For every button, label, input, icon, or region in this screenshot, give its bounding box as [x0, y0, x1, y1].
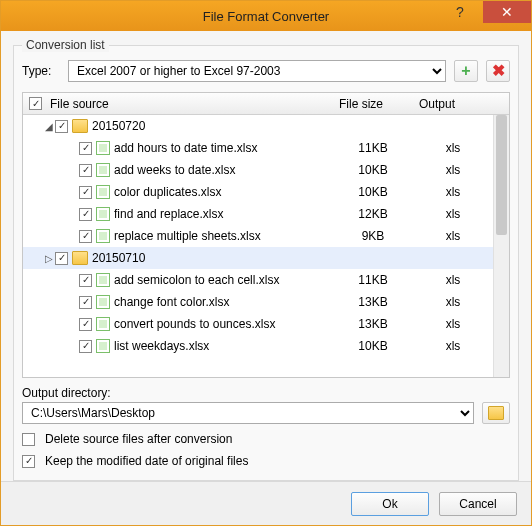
file-row[interactable]: add hours to date time.xlsx 11KB xls	[23, 137, 509, 159]
file-checkbox[interactable]	[79, 318, 92, 331]
add-button[interactable]: +	[454, 60, 478, 82]
file-output: xls	[413, 317, 493, 331]
excel-icon	[96, 229, 110, 243]
file-name: add hours to date time.xlsx	[114, 141, 333, 155]
dialog-footer: Ok Cancel	[1, 481, 531, 525]
file-row[interactable]: convert pounds to ounces.xlsx 13KB xls	[23, 313, 509, 335]
file-output: xls	[413, 207, 493, 221]
file-checkbox[interactable]	[79, 186, 92, 199]
delete-source-label: Delete source files after conversion	[45, 432, 232, 446]
excel-icon	[96, 317, 110, 331]
excel-icon	[96, 163, 110, 177]
col-size: File size	[333, 97, 413, 111]
folder-row[interactable]: ◢ 20150720	[23, 115, 509, 137]
folder-name: 20150710	[92, 251, 333, 265]
file-name: change font color.xlsx	[114, 295, 333, 309]
folder-icon	[72, 119, 88, 133]
group-legend: Conversion list	[22, 38, 109, 52]
file-checkbox[interactable]	[79, 296, 92, 309]
folder-open-icon	[488, 406, 504, 420]
plus-icon: +	[461, 63, 470, 79]
file-name: list weekdays.xlsx	[114, 339, 333, 353]
file-size: 11KB	[333, 141, 413, 155]
file-row[interactable]: color duplicates.xlsx 10KB xls	[23, 181, 509, 203]
file-size: 12KB	[333, 207, 413, 221]
vertical-scrollbar[interactable]	[493, 115, 509, 377]
file-checkbox[interactable]	[79, 208, 92, 221]
file-row[interactable]: add weeks to date.xlsx 10KB xls	[23, 159, 509, 181]
folder-checkbox[interactable]	[55, 120, 68, 133]
delete-source-checkbox[interactable]	[22, 433, 35, 446]
expander-icon[interactable]: ◢	[43, 121, 55, 132]
excel-icon	[96, 339, 110, 353]
expander-icon[interactable]: ▷	[43, 253, 55, 264]
file-table: File source File size Output ◢ 20150720 …	[22, 92, 510, 378]
file-size: 11KB	[333, 273, 413, 287]
titlebar: File Format Converter ? ✕	[1, 1, 531, 31]
folder-row[interactable]: ▷ 20150710	[23, 247, 509, 269]
x-icon: ✖	[492, 63, 505, 79]
file-row[interactable]: add semicolon to each cell.xlsx 11KB xls	[23, 269, 509, 291]
file-checkbox[interactable]	[79, 230, 92, 243]
outdir-select[interactable]: C:\Users\Mars\Desktop	[22, 402, 474, 424]
file-name: replace multiple sheets.xlsx	[114, 229, 333, 243]
select-all-checkbox[interactable]	[29, 97, 42, 110]
file-size: 10KB	[333, 185, 413, 199]
file-checkbox[interactable]	[79, 340, 92, 353]
file-size: 10KB	[333, 163, 413, 177]
col-source: File source	[50, 97, 109, 111]
file-output: xls	[413, 295, 493, 309]
file-output: xls	[413, 229, 493, 243]
file-output: xls	[413, 163, 493, 177]
file-size: 13KB	[333, 317, 413, 331]
file-checkbox[interactable]	[79, 164, 92, 177]
file-checkbox[interactable]	[79, 142, 92, 155]
table-body: ◢ 20150720 add hours to date time.xlsx 1…	[23, 115, 509, 377]
file-output: xls	[413, 339, 493, 353]
file-output: xls	[413, 273, 493, 287]
excel-icon	[96, 207, 110, 221]
file-output: xls	[413, 185, 493, 199]
cancel-button[interactable]: Cancel	[439, 492, 517, 516]
scroll-thumb[interactable]	[496, 115, 507, 235]
close-button[interactable]: ✕	[483, 1, 531, 23]
outdir-label: Output directory:	[22, 386, 510, 400]
excel-icon	[96, 185, 110, 199]
file-row[interactable]: list weekdays.xlsx 10KB xls	[23, 335, 509, 357]
excel-icon	[96, 295, 110, 309]
file-name: color duplicates.xlsx	[114, 185, 333, 199]
browse-button[interactable]	[482, 402, 510, 424]
keep-date-checkbox[interactable]	[22, 455, 35, 468]
ok-button[interactable]: Ok	[351, 492, 429, 516]
file-size: 10KB	[333, 339, 413, 353]
file-row[interactable]: change font color.xlsx 13KB xls	[23, 291, 509, 313]
folder-checkbox[interactable]	[55, 252, 68, 265]
type-select[interactable]: Excel 2007 or higher to Excel 97-2003	[68, 60, 446, 82]
folder-icon	[72, 251, 88, 265]
keep-date-label: Keep the modified date of original files	[45, 454, 248, 468]
type-label: Type:	[22, 64, 60, 78]
file-name: add semicolon to each cell.xlsx	[114, 273, 333, 287]
file-output: xls	[413, 141, 493, 155]
dialog-window: File Format Converter ? ✕ Conversion lis…	[0, 0, 532, 526]
file-name: convert pounds to ounces.xlsx	[114, 317, 333, 331]
help-button[interactable]: ?	[437, 1, 483, 23]
file-size: 13KB	[333, 295, 413, 309]
file-row[interactable]: find and replace.xlsx 12KB xls	[23, 203, 509, 225]
file-name: add weeks to date.xlsx	[114, 163, 333, 177]
excel-icon	[96, 141, 110, 155]
file-checkbox[interactable]	[79, 274, 92, 287]
table-header: File source File size Output	[23, 93, 509, 115]
folder-name: 20150720	[92, 119, 333, 133]
file-size: 9KB	[333, 229, 413, 243]
col-output: Output	[413, 97, 493, 111]
file-row[interactable]: replace multiple sheets.xlsx 9KB xls	[23, 225, 509, 247]
conversion-list-group: Conversion list Type: Excel 2007 or high…	[13, 45, 519, 481]
excel-icon	[96, 273, 110, 287]
file-name: find and replace.xlsx	[114, 207, 333, 221]
remove-button[interactable]: ✖	[486, 60, 510, 82]
